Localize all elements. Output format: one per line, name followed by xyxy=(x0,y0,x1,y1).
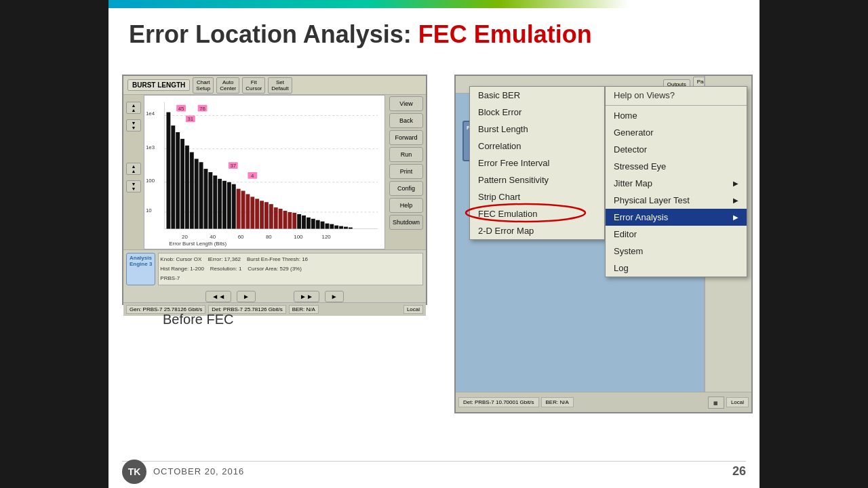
svg-point-68 xyxy=(466,204,585,222)
svg-rect-32 xyxy=(269,204,273,228)
menu-burst-length[interactable]: Burst Length xyxy=(470,121,604,138)
svg-rect-27 xyxy=(245,194,250,228)
footer-page: 26 xyxy=(732,464,746,479)
svg-rect-12 xyxy=(176,132,180,228)
menu-2d-error-map[interactable]: 2-D Error Map xyxy=(470,222,604,239)
run-btn[interactable]: Run xyxy=(389,147,423,162)
submenu-jitter-map[interactable]: Jitter Map ▶ xyxy=(606,175,747,192)
histogram-chart: 1e4 1e3 100 10 xyxy=(144,96,384,249)
ber-status: BER: N/A xyxy=(289,305,319,314)
svg-text:20: 20 xyxy=(182,234,188,240)
forward-btn[interactable]: Forward xyxy=(389,130,423,145)
footer-logo: TK xyxy=(122,460,146,484)
grid-icon: ▦ xyxy=(708,396,724,409)
svg-rect-48 xyxy=(344,227,348,229)
submenu-system[interactable]: System xyxy=(606,243,747,260)
svg-rect-20 xyxy=(213,176,217,229)
local-status: Local xyxy=(403,305,423,314)
submenu-home[interactable]: Home xyxy=(606,107,747,124)
svg-text:100: 100 xyxy=(146,178,155,184)
ff-btn[interactable]: ►► xyxy=(294,291,319,302)
svg-text:60: 60 xyxy=(238,234,244,240)
svg-rect-19 xyxy=(208,172,212,229)
menu-block-error[interactable]: Block Error xyxy=(470,104,604,121)
submenu-physical-layer[interactable]: Physical Layer Test ▶ xyxy=(606,192,747,209)
ff2-btn[interactable]: ► xyxy=(325,291,344,302)
svg-text:120: 120 xyxy=(322,234,332,240)
down-btn-2[interactable]: ▼▼ xyxy=(126,180,141,192)
svg-rect-13 xyxy=(180,139,184,229)
svg-rect-26 xyxy=(241,191,245,229)
svg-rect-10 xyxy=(166,113,170,229)
submenu-stressed-eye[interactable]: Stressed Eye xyxy=(606,158,747,175)
submenu-error-analysis[interactable]: Error Analysis ▶ xyxy=(606,209,747,226)
main-menu: Basic BER Block Error Burst Length Corre… xyxy=(469,86,605,240)
svg-rect-38 xyxy=(297,214,301,229)
bottom-stats: Knob: Cursor OX IError: 17,362 Burst En-… xyxy=(158,253,423,285)
set-default-btn[interactable]: SetDefault xyxy=(268,77,292,94)
svg-text:31: 31 xyxy=(187,116,193,122)
rp-det-status: Det: PRBS-7 10.70001 Gbit/s xyxy=(458,397,539,407)
svg-text:40: 40 xyxy=(210,234,216,240)
svg-rect-45 xyxy=(330,224,334,229)
svg-rect-49 xyxy=(349,228,353,229)
chart-area: 1e4 1e3 100 10 xyxy=(144,95,385,249)
menu-basic-ber[interactable]: Basic BER xyxy=(470,87,604,104)
svg-rect-34 xyxy=(279,209,283,228)
svg-rect-36 xyxy=(288,212,292,229)
shutdown-btn[interactable]: Shutdown xyxy=(389,215,423,230)
menu-pattern-sensitivity[interactable]: Pattern Sensitivity xyxy=(470,171,604,188)
menu-container: Basic BER Block Error Burst Length Corre… xyxy=(456,76,751,412)
submenu-generator[interactable]: Generator xyxy=(606,124,747,141)
svg-rect-17 xyxy=(199,162,203,228)
svg-rect-28 xyxy=(250,197,254,228)
svg-rect-24 xyxy=(232,184,236,229)
svg-rect-40 xyxy=(307,218,311,229)
footer-left: TK OCTOBER 20, 2016 xyxy=(122,460,244,484)
submenu-detector[interactable]: Detector xyxy=(606,141,747,158)
svg-rect-35 xyxy=(283,211,288,229)
right-controls: View Back Forward Run Print Config Help … xyxy=(387,95,426,249)
menu-strip-chart[interactable]: Strip Chart xyxy=(470,188,604,205)
chart-setup-btn[interactable]: ChartSetup xyxy=(193,77,214,94)
auto-center-btn[interactable]: AutoCenter xyxy=(216,77,239,94)
svg-rect-22 xyxy=(222,181,226,229)
down-btn[interactable]: ▼▼ xyxy=(126,119,141,131)
up-btn[interactable]: ▲▲ xyxy=(126,102,141,114)
slide-container: Error Location Analysis: FEC Emulation B… xyxy=(108,0,760,488)
svg-rect-18 xyxy=(204,169,208,228)
svg-rect-31 xyxy=(264,202,269,228)
submenu-editor[interactable]: Editor xyxy=(606,226,747,243)
svg-rect-15 xyxy=(190,152,194,229)
view-btn[interactable]: View xyxy=(389,96,423,111)
print-btn[interactable]: Print xyxy=(389,164,423,179)
svg-rect-44 xyxy=(325,224,329,229)
menu-correlation[interactable]: Correlation xyxy=(470,138,604,155)
right-panel: Outputs PageSwitch PageA/B PRBS-7 ERROR … xyxy=(454,75,753,413)
menu-error-free[interactable]: Error Free Interval xyxy=(470,155,604,171)
rewind-btn[interactable]: ◄◄ xyxy=(205,291,231,302)
fit-cursor-btn[interactable]: FitCursor xyxy=(242,77,265,94)
submenu-log[interactable]: Log xyxy=(606,260,747,277)
top-bar xyxy=(108,0,760,8)
svg-rect-33 xyxy=(274,207,278,228)
up-btn-2[interactable]: ▲▲ xyxy=(126,163,141,175)
svg-rect-43 xyxy=(321,222,325,229)
svg-text:100: 100 xyxy=(294,234,303,240)
play-btn[interactable]: ► xyxy=(237,291,256,302)
svg-text:1e3: 1e3 xyxy=(146,144,155,150)
submenu-help-header: Help on Views? xyxy=(606,87,747,104)
back-btn[interactable]: Back xyxy=(389,113,423,128)
svg-text:Error Burst Length (Bits): Error Burst Length (Bits) xyxy=(169,241,226,247)
svg-text:10: 10 xyxy=(146,207,152,214)
svg-text:37: 37 xyxy=(230,163,236,169)
help-btn[interactable]: Help xyxy=(389,198,423,213)
bottom-info: AnalysisEngine 3 Knob: Cursor OX IError:… xyxy=(123,250,426,288)
svg-rect-46 xyxy=(334,226,338,229)
footer-date: OCTOBER 20, 2016 xyxy=(153,466,244,476)
menu-fec-emulation[interactable]: FEC Emulation xyxy=(470,205,604,222)
left-controls: ▲▲ ▼▼ ▲▲ ▼▼ xyxy=(123,95,144,249)
config-btn[interactable]: Config xyxy=(389,181,423,196)
svg-rect-25 xyxy=(237,189,241,229)
submenu: Help on Views? Home Generator Detector S… xyxy=(605,86,747,277)
